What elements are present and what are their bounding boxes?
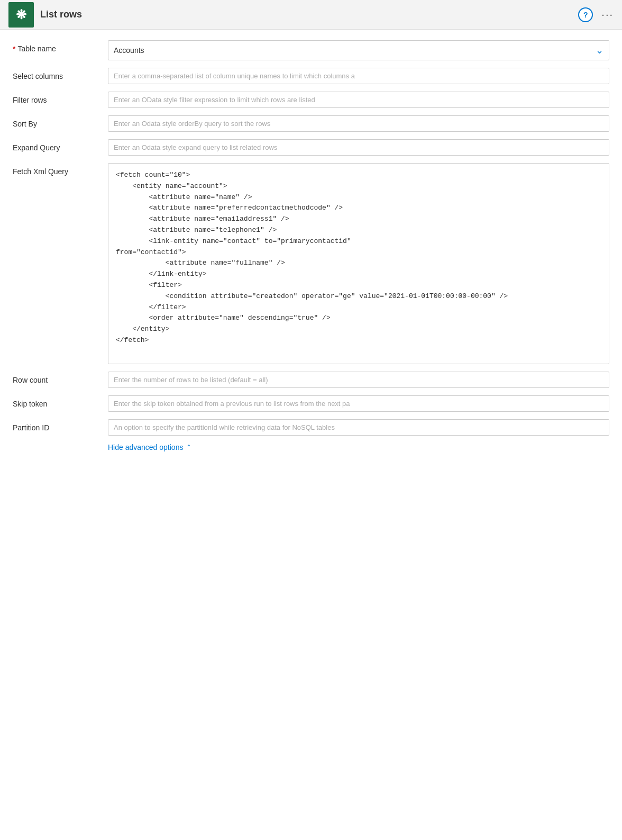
form-content: *Table name Accounts ⌄ Select columns Fi… (0, 30, 622, 462)
row-count-row: Row count (13, 372, 609, 388)
page-title: List rows (40, 9, 82, 20)
row-count-input[interactable] (108, 372, 609, 388)
header: ❋ List rows ? ··· (0, 0, 622, 30)
select-columns-input[interactable] (108, 68, 609, 84)
table-name-select-wrapper[interactable]: Accounts ⌄ (108, 40, 609, 60)
hide-advanced-link[interactable]: Hide advanced options ⌃ (108, 443, 609, 451)
table-name-label: *Table name (13, 40, 108, 53)
table-name-value: Accounts (114, 46, 144, 55)
table-name-select[interactable]: Accounts ⌄ (108, 40, 609, 60)
select-columns-row: Select columns (13, 68, 609, 84)
filter-rows-input[interactable] (108, 92, 609, 108)
partition-id-input[interactable] (108, 419, 609, 436)
select-columns-label: Select columns (13, 68, 108, 80)
chevron-down-icon: ⌄ (596, 44, 603, 56)
logo-icon: ❋ (16, 7, 26, 22)
partition-id-row: Partition ID (13, 419, 609, 436)
filter-rows-label: Filter rows (13, 92, 108, 104)
skip-token-input[interactable] (108, 395, 609, 412)
expand-query-row: Expand Query (13, 139, 609, 156)
skip-token-row: Skip token (13, 395, 609, 412)
fetch-xml-textarea[interactable]: <fetch count="10"> <entity name="account… (108, 163, 609, 364)
filter-rows-row: Filter rows (13, 92, 609, 108)
expand-query-label: Expand Query (13, 139, 108, 152)
fetch-xml-row: Fetch Xml Query <fetch count="10"> <enti… (13, 163, 609, 364)
row-count-label: Row count (13, 372, 108, 384)
sort-by-row: Sort By (13, 115, 609, 132)
sort-by-input[interactable] (108, 115, 609, 132)
hide-advanced-label: Hide advanced options (108, 443, 183, 451)
header-left: ❋ List rows (8, 2, 82, 28)
help-button[interactable]: ? (578, 7, 593, 22)
caret-up-icon: ⌃ (186, 444, 191, 451)
skip-token-label: Skip token (13, 395, 108, 408)
sort-by-label: Sort By (13, 115, 108, 128)
expand-query-input[interactable] (108, 139, 609, 156)
table-name-row: *Table name Accounts ⌄ (13, 40, 609, 60)
more-options-button[interactable]: ··· (601, 8, 614, 21)
fetch-xml-label: Fetch Xml Query (13, 163, 108, 176)
header-right: ? ··· (578, 7, 614, 22)
required-star: * (13, 44, 15, 53)
partition-id-label: Partition ID (13, 419, 108, 432)
app-logo: ❋ (8, 2, 34, 28)
